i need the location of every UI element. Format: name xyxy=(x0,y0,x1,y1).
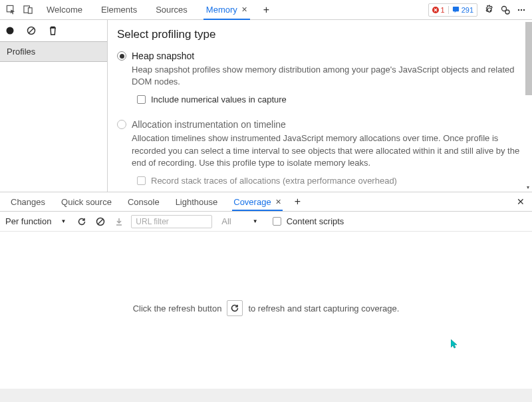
more-menu-icon[interactable] xyxy=(513,2,529,18)
memory-panel: Select profiling type Heap snapshot Heap… xyxy=(108,20,532,192)
status-bar xyxy=(0,389,532,402)
error-count: 1 xyxy=(429,6,449,14)
scroll-down-icon[interactable]: ▾ xyxy=(524,184,532,190)
heap-title[interactable]: Heap snapshot xyxy=(132,51,521,61)
clear-coverage-button[interactable] xyxy=(91,217,110,226)
tab-changes[interactable]: Changes xyxy=(3,192,53,211)
device-toggle-icon[interactable] xyxy=(20,2,36,18)
coverage-toolbar: Per function ▼ All ▼ Content scripts xyxy=(0,212,532,232)
coverage-type-dropdown[interactable]: Per function xyxy=(3,212,54,232)
alloc-desc: Allocation timelines show instrumented J… xyxy=(132,132,521,169)
feedback-icon[interactable] xyxy=(497,2,513,18)
content-scripts-label: Content scripts xyxy=(287,216,344,226)
tab-label: Lighthouse xyxy=(176,197,218,207)
add-tab-button[interactable]: + xyxy=(257,0,276,20)
heap-checkbox-row[interactable]: Include numerical values in capture xyxy=(132,95,521,104)
panel-heading: Select profiling type xyxy=(117,28,521,41)
svg-point-8 xyxy=(521,9,522,10)
tab-elements[interactable]: Elements xyxy=(92,0,146,20)
close-icon[interactable]: ✕ xyxy=(241,5,247,14)
chevron-down-icon[interactable]: ▼ xyxy=(61,218,66,224)
tab-label: Quick source xyxy=(61,197,112,207)
tab-label: Memory xyxy=(206,5,237,15)
svg-point-9 xyxy=(523,9,525,10)
tab-label: Elements xyxy=(101,5,137,15)
svg-point-10 xyxy=(7,27,14,35)
checkbox-icon[interactable] xyxy=(137,176,146,185)
svg-line-14 xyxy=(98,219,103,224)
settings-gear-icon[interactable] xyxy=(481,2,497,18)
refresh-button[interactable] xyxy=(227,300,243,316)
tab-console[interactable]: Console xyxy=(120,192,168,211)
close-icon[interactable]: ✕ xyxy=(275,198,281,206)
scrollbar-thumb[interactable] xyxy=(525,22,532,95)
tab-label: Sources xyxy=(156,5,188,15)
profiles-header[interactable]: Profiles xyxy=(0,41,107,62)
checkbox-label: Include numerical values in capture xyxy=(151,95,287,104)
reload-button[interactable] xyxy=(72,217,91,226)
url-filter-input[interactable] xyxy=(131,215,212,228)
chevron-down-icon[interactable]: ▼ xyxy=(253,218,258,224)
svg-rect-2 xyxy=(28,8,32,13)
tab-label: Coverage xyxy=(233,197,271,207)
drawer-tab-bar: Changes Quick source Console Lighthouse … xyxy=(0,192,532,212)
main-tab-bar: Welcome Elements Sources Memory ✕ + 1 29… xyxy=(0,0,532,20)
checkbox-label: Record stack traces of allocations (extr… xyxy=(151,176,397,186)
radio-allocation-timeline[interactable] xyxy=(117,120,126,129)
content-scripts-checkbox[interactable] xyxy=(273,217,281,226)
close-drawer-button[interactable]: ✕ xyxy=(512,192,529,211)
export-button xyxy=(110,217,128,226)
heap-desc: Heap snapshot profiles show memory distr… xyxy=(132,64,521,88)
checkbox-icon[interactable] xyxy=(137,95,146,104)
inspect-element-icon[interactable] xyxy=(3,2,19,18)
hint-text-pre: Click the refresh button xyxy=(133,303,222,313)
svg-rect-4 xyxy=(453,7,459,11)
tab-sources[interactable]: Sources xyxy=(146,0,197,20)
tab-memory[interactable]: Memory ✕ xyxy=(197,0,257,20)
dropdown-label: All xyxy=(221,216,231,226)
tab-label: Console xyxy=(128,197,160,207)
coverage-empty-state: Click the refresh button to refresh and … xyxy=(0,232,532,385)
tab-coverage[interactable]: Coverage ✕ xyxy=(225,192,289,211)
add-drawer-tab-button[interactable]: + xyxy=(289,192,306,211)
alloc-title[interactable]: Allocation instrumentation on timeline xyxy=(132,119,521,130)
profiles-sidebar: Profiles xyxy=(0,20,108,192)
tab-quick-source[interactable]: Quick source xyxy=(53,192,120,211)
filter-all-dropdown[interactable]: All xyxy=(219,212,233,232)
tab-label: Welcome xyxy=(47,5,82,15)
profiles-label: Profiles xyxy=(7,47,35,57)
hint-text-post: to refresh and start capturing coverage. xyxy=(248,303,399,313)
tab-welcome[interactable]: Welcome xyxy=(37,0,92,20)
svg-point-7 xyxy=(518,9,519,10)
message-count: 291 xyxy=(449,6,477,14)
radio-heap-snapshot[interactable] xyxy=(117,51,126,61)
delete-button[interactable] xyxy=(47,25,59,37)
tab-lighthouse[interactable]: Lighthouse xyxy=(168,192,226,211)
issues-badge[interactable]: 1 291 xyxy=(428,3,477,17)
clear-button[interactable] xyxy=(25,25,37,37)
record-button[interactable] xyxy=(4,25,16,37)
svg-point-6 xyxy=(505,10,509,14)
dropdown-label: Per function xyxy=(5,216,51,226)
alloc-checkbox-row[interactable]: Record stack traces of allocations (extr… xyxy=(132,176,521,186)
tab-label: Changes xyxy=(11,197,45,207)
svg-line-12 xyxy=(29,28,34,33)
